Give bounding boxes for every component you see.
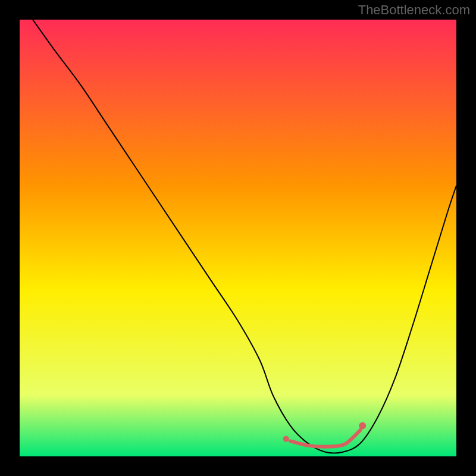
- marker-optimal-end: [359, 422, 366, 430]
- watermark-text: TheBottleneck.com: [358, 2, 470, 18]
- marker-optimal-start: [283, 436, 289, 442]
- chart-container: [20, 20, 456, 456]
- chart-svg: [20, 20, 456, 456]
- gradient-background: [20, 20, 456, 456]
